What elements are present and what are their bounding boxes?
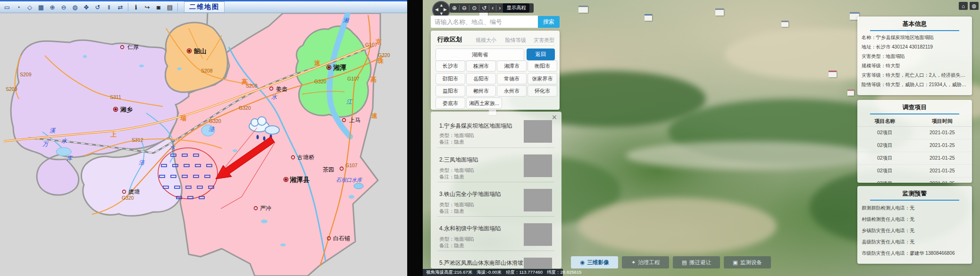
reset-view-icon[interactable]: ↺ [479, 5, 489, 11]
map-3d-window[interactable]: ▲ ▼ ◀ ▶ ⊕ ⊖ ⊙ ↺ ‹ › 显示高程 ⌂ ◍ 搜索 行政区划 规模大… [423, 0, 980, 276]
view-altitude: 视角海拔高度:216.67米 [426, 269, 472, 276]
list-divider [437, 182, 554, 182]
tab-admin-division[interactable]: 行政区划 [437, 35, 462, 44]
survey-row[interactable]: 02项目2021-01-25 [857, 139, 972, 152]
city-button-yiyang[interactable]: 益阳市 [436, 85, 465, 97]
list-item-thumbnail[interactable] [524, 120, 552, 143]
city-button-zhangjiajie[interactable]: 张家界市 [528, 73, 557, 84]
city-button-yongzhou[interactable]: 永州市 [497, 85, 527, 97]
back-button[interactable]: 返回 [527, 49, 555, 60]
ruler-icon[interactable]: ▭ [2, 2, 12, 12]
measure-polygon-icon[interactable]: ◇ [25, 2, 35, 12]
city-button-changde[interactable]: 常德市 [497, 73, 527, 84]
label-g320-1: G320 [209, 118, 221, 124]
search-input[interactable] [431, 16, 538, 28]
search-button[interactable]: 搜索 [538, 16, 560, 28]
pond [280, 244, 286, 246]
map-toolbar: ▭ ◔ ◇ ▦ ⊕ ⊖ ◍ ✥ ↺ ‖ ⇄ ℹ ↪ ◙ ▤ 二维地图 [0, 0, 407, 13]
locate-icon[interactable]: ⊙ [469, 5, 479, 11]
label-s312: S312 [132, 137, 143, 143]
building [847, 89, 854, 96]
survey-row[interactable]: 02项目2021-01-25 [857, 178, 972, 183]
label-s311: S311 [110, 94, 121, 100]
city-button-hengyang[interactable]: 衡阳市 [528, 60, 557, 72]
city-button-changsha[interactable]: 长沙市 [436, 60, 465, 72]
view-toolbar: ⊕ ⊖ ⊙ ↺ ‹ › 显示高程 [450, 3, 534, 13]
tab-scale-size[interactable]: 规模大小 [476, 37, 496, 44]
survey-row[interactable]: 02项目2021-01-25 [857, 165, 972, 178]
label-hw-su2: 速 [314, 59, 320, 66]
path-patch [626, 141, 871, 170]
next-view-icon[interactable]: › [496, 5, 503, 11]
survey-row[interactable]: 02项目2021-01-25 [857, 127, 972, 139]
label-g320-2: G320 [239, 105, 251, 111]
tab-risk-level[interactable]: 险情等级 [505, 37, 526, 44]
survey-row[interactable]: 02项目2021-01-25 [857, 152, 972, 165]
zoom-out-icon[interactable]: ⊖ [460, 5, 469, 11]
building [829, 71, 837, 77]
swap-icon[interactable]: ⇄ [115, 2, 126, 12]
globe-icon[interactable]: ◍ [970, 2, 979, 10]
city-button-loudi[interactable]: 娄底市 [436, 97, 465, 109]
city-button-shaoyang[interactable]: 邵阳市 [436, 73, 465, 84]
mode-button-relocation[interactable]: ▤ 搬迁避让 [673, 256, 720, 268]
list-item-thumbnail[interactable] [524, 189, 552, 211]
city-button-xiangxi[interactable]: 湘西土家族... [466, 97, 502, 109]
home-icon[interactable]: ⌂ [959, 2, 968, 10]
print-icon[interactable]: ▤ [165, 2, 175, 12]
zoom-out-icon[interactable]: ⊖ [59, 2, 69, 12]
list-divider [437, 216, 554, 217]
list-item-title[interactable]: 2.三凤地面塌陷 [439, 156, 478, 164]
label-hw-gao1: 高 [370, 76, 377, 83]
list-item-thumbnail[interactable] [524, 154, 552, 177]
label-w-ku: 库 [67, 155, 73, 162]
city-button-chenzhou[interactable]: 郴州市 [466, 85, 496, 97]
prev-view-icon[interactable]: ‹ [489, 5, 496, 11]
close-icon[interactable]: × [552, 113, 557, 122]
label-g107-3: G107 [345, 162, 358, 168]
compass-up-icon[interactable]: ▲ [439, 3, 444, 8]
survey-table-header: 项目名称 项目时间 [857, 116, 972, 127]
panel-title: 基本信息 [857, 20, 972, 28]
mode-button-3d-imagery[interactable]: ◉ 三维影像 [571, 256, 618, 268]
export-icon[interactable]: ↪ [142, 2, 152, 12]
map-canvas[interactable]: 仁厚 韶山 湘乡 姜畲 湘潭 上马 古塘桥 茶园 湘潭县 严冲 白石铺 虞塘 S… [0, 13, 407, 276]
building [781, 21, 788, 27]
mode-button-treatment[interactable]: ✦ 治理工程 [622, 256, 669, 268]
window-divider [407, 0, 423, 276]
city-button-xiangtan[interactable]: 湘潭市 [497, 60, 527, 72]
label-w-shui2: 水 [271, 94, 277, 100]
list-item-thumbnail[interactable] [524, 223, 552, 246]
mode-button-monitoring-device[interactable]: ▣ 监测设备 [724, 256, 771, 268]
zoom-in-icon[interactable]: ⊕ [47, 2, 58, 12]
list-item-title[interactable]: 3.铁山完全小学地面塌陷 [439, 190, 501, 198]
label-shibakou: 石坝口水库 [336, 177, 363, 183]
globe-icon[interactable]: ◍ [70, 2, 80, 12]
grid-icon[interactable]: ▦ [36, 2, 46, 12]
pause-icon[interactable]: ‖ [104, 2, 114, 12]
show-elevation-button[interactable]: 显示高程 [503, 3, 529, 13]
info-disaster-level: 灾害等级：特大型，死亡人口：2人，经济损失：250... [857, 71, 972, 80]
list-item-title[interactable]: 4.永和初级中学地面塌陷 [439, 225, 501, 233]
list-item-thumbnail[interactable] [524, 258, 552, 268]
city-button-yueyang[interactable]: 岳阳市 [466, 73, 496, 84]
zoom-back-icon[interactable]: ↺ [92, 2, 103, 12]
label-hw-rui: 瑞 [180, 114, 186, 122]
list-item-title[interactable]: 5.芦淞区凤凰山体东南部山体滑坡 [439, 259, 523, 267]
label-g107-2: G107 [347, 76, 360, 81]
info-icon[interactable]: ℹ [131, 2, 141, 12]
zoom-in-icon[interactable]: ⊕ [450, 5, 459, 11]
province-button[interactable]: 湖南省 [436, 49, 524, 61]
compass-right-icon[interactable]: ▶ [444, 8, 447, 12]
compass-left-icon[interactable]: ◀ [435, 8, 438, 12]
city-button-zhuzhou[interactable]: 株洲市 [466, 60, 496, 72]
list-item-title[interactable]: 1.宁乡县煤炭坝地区地面塌陷 [439, 122, 512, 130]
tab-disaster-type[interactable]: 灾害类型 [534, 37, 554, 44]
city-button-huaihua[interactable]: 怀化市 [528, 85, 557, 97]
save-icon[interactable]: ◙ [153, 2, 164, 12]
measure-circle-icon[interactable]: ◔ [13, 2, 24, 12]
label-yanchong: 严冲 [260, 205, 271, 211]
pan-icon[interactable]: ✥ [81, 2, 92, 12]
device-icon: ▣ [733, 259, 738, 266]
pond [261, 219, 268, 223]
